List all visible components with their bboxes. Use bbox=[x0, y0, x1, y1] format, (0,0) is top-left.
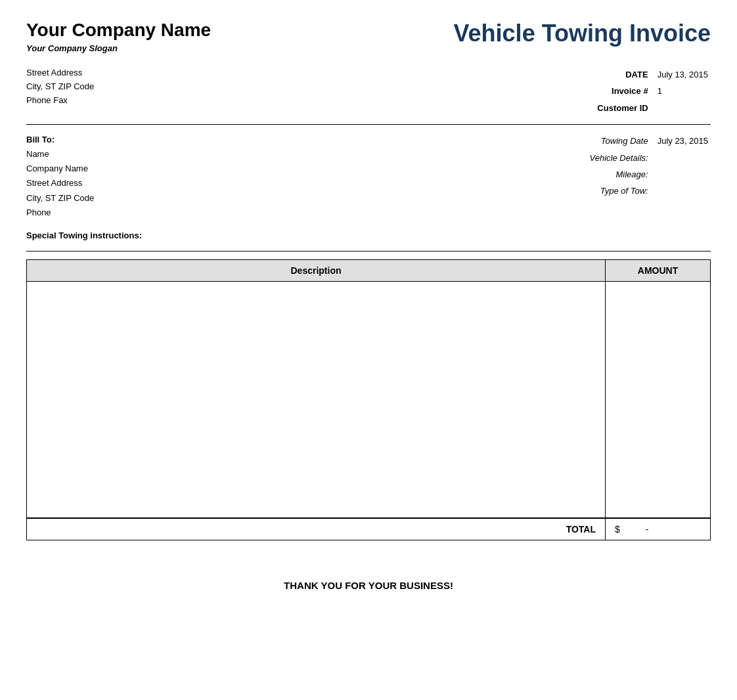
type-of-tow-label: Type of Tow: bbox=[587, 183, 651, 199]
towing-details-table: Towing Date July 23, 2015 Vehicle Detail… bbox=[587, 133, 711, 200]
bill-to-company: Company Name bbox=[26, 162, 94, 176]
date-label: DATE bbox=[594, 66, 650, 83]
company-address: Street Address City, ST ZIP Code Phone F… bbox=[26, 66, 94, 116]
total-dash: - bbox=[646, 524, 649, 535]
mileage-value bbox=[651, 166, 711, 183]
invoice-title: Vehicle Towing Invoice bbox=[454, 20, 711, 47]
bill-to: Bill To: Name Company Name Street Addres… bbox=[26, 133, 94, 220]
thank-you: THANK YOU FOR YOUR BUSINESS! bbox=[26, 580, 711, 591]
table-body-row bbox=[27, 281, 711, 517]
total-value: $ - bbox=[606, 518, 711, 540]
bill-section: Bill To: Name Company Name Street Addres… bbox=[26, 133, 711, 220]
company-slogan: Your Company Slogan bbox=[26, 43, 211, 53]
vehicle-details-value bbox=[651, 150, 711, 166]
towing-date-label: Towing Date bbox=[587, 133, 651, 149]
description-cell bbox=[27, 281, 606, 517]
customer-id-label: Customer ID bbox=[594, 100, 650, 116]
bill-to-city: City, ST ZIP Code bbox=[26, 191, 94, 206]
top-section: Street Address City, ST ZIP Code Phone F… bbox=[26, 66, 711, 116]
header: Your Company Name Your Company Slogan Ve… bbox=[26, 20, 711, 53]
customer-id-value bbox=[651, 100, 711, 116]
company-name: Your Company Name bbox=[26, 20, 211, 41]
total-row-table: TOTAL $ - bbox=[26, 518, 711, 540]
divider-bottom bbox=[26, 251, 711, 252]
special-instructions-label: Special Towing instructions: bbox=[26, 230, 142, 240]
table-header-row: Description AMOUNT bbox=[27, 259, 711, 281]
amount-header: AMOUNT bbox=[606, 259, 711, 281]
date-value: July 13, 2015 bbox=[651, 66, 711, 83]
special-instructions: Special Towing instructions: bbox=[26, 230, 711, 240]
company-phone-fax: Phone Fax bbox=[26, 94, 94, 108]
bill-to-phone: Phone bbox=[26, 206, 94, 220]
vehicle-details-label: Vehicle Details: bbox=[587, 150, 651, 166]
invoice-meta-table: DATE July 13, 2015 Invoice # 1 Customer … bbox=[594, 66, 711, 116]
invoice-num-label: Invoice # bbox=[594, 83, 650, 99]
company-street: Street Address bbox=[26, 66, 94, 80]
mileage-label: Mileage: bbox=[587, 166, 651, 183]
total-label: TOTAL bbox=[27, 518, 606, 540]
towing-details: Towing Date July 23, 2015 Vehicle Detail… bbox=[587, 133, 711, 220]
total-row: TOTAL $ - bbox=[27, 518, 711, 540]
invoice-meta: DATE July 13, 2015 Invoice # 1 Customer … bbox=[594, 66, 711, 116]
company-city: City, ST ZIP Code bbox=[26, 80, 94, 94]
type-of-tow-value bbox=[651, 183, 711, 199]
description-header: Description bbox=[27, 259, 606, 281]
bill-to-label: Bill To: bbox=[26, 133, 94, 147]
amount-cell bbox=[606, 281, 711, 517]
invoice-table: Description AMOUNT bbox=[26, 259, 711, 518]
total-dollar: $ bbox=[615, 524, 620, 535]
invoice-num-value: 1 bbox=[651, 83, 711, 99]
company-info-left: Your Company Name Your Company Slogan bbox=[26, 20, 211, 53]
divider-top bbox=[26, 124, 711, 125]
towing-date-value: July 23, 2015 bbox=[651, 133, 711, 149]
bill-to-street: Street Address bbox=[26, 176, 94, 190]
bill-to-name: Name bbox=[26, 147, 94, 162]
